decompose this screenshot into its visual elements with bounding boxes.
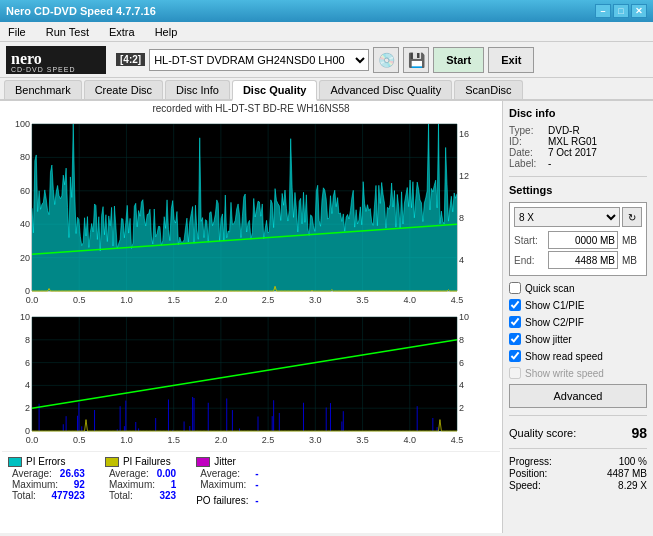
pi-failures-avg-value: 0.00 [157, 468, 176, 479]
menu-file[interactable]: File [4, 24, 30, 40]
show-write-speed-label: Show write speed [525, 368, 604, 379]
legend-pi-failures: PI Failures Average: 0.00 Maximum: 1 Tot… [105, 456, 176, 506]
progress-value: 100 % [619, 456, 647, 467]
pi-failures-max-value: 1 [171, 479, 177, 490]
show-write-speed-row: Show write speed [509, 367, 647, 379]
start-button[interactable]: Start [433, 47, 484, 73]
disc-date-value: 7 Oct 2017 [548, 147, 597, 158]
start-input[interactable] [548, 231, 618, 249]
end-row: End: MB [514, 251, 642, 269]
show-c1-pie-row: Show C1/PIE [509, 299, 647, 311]
position-label: Position: [509, 468, 547, 479]
quick-scan-checkbox[interactable] [509, 282, 521, 294]
minimize-button[interactable]: – [595, 4, 611, 18]
po-failures-label: PO failures: [196, 495, 248, 506]
po-failures-value: - [255, 495, 258, 506]
progress-label: Progress: [509, 456, 552, 467]
position-value: 4487 MB [607, 468, 647, 479]
exit-button[interactable]: Exit [488, 47, 534, 73]
disc-info-title: Disc info [509, 107, 647, 119]
show-c2-pif-label: Show C2/PIF [525, 317, 584, 328]
show-c2-pif-row: Show C2/PIF [509, 316, 647, 328]
right-panel: Disc info Type: DVD-R ID: MXL RG01 Date:… [503, 101, 653, 533]
maximize-button[interactable]: □ [613, 4, 629, 18]
settings-box: 8 X ↻ Start: MB End: MB [509, 202, 647, 276]
nero-logo: nero CD·DVD SPEED [6, 46, 106, 74]
pi-errors-total-label: Total: [12, 490, 36, 501]
show-read-speed-label: Show read speed [525, 351, 603, 362]
menu-run-test[interactable]: Run Test [42, 24, 93, 40]
start-row: Start: MB [514, 231, 642, 249]
show-c2-pif-checkbox[interactable] [509, 316, 521, 328]
disc-label-label: Label: [509, 158, 544, 169]
show-jitter-checkbox[interactable] [509, 333, 521, 345]
tab-advanced-disc-quality[interactable]: Advanced Disc Quality [319, 80, 452, 99]
speed-label: Speed: [509, 480, 541, 491]
jitter-color [196, 457, 210, 467]
speed-row-prog: Speed: 8.29 X [509, 480, 647, 491]
save-icon-button[interactable]: 💾 [403, 47, 429, 73]
legend-pi-errors: PI Errors Average: 26.63 Maximum: 92 Tot… [8, 456, 85, 506]
disc-id-row: ID: MXL RG01 [509, 136, 647, 147]
disc-type-value: DVD-R [548, 125, 580, 136]
pi-failures-avg-label: Average: [109, 468, 149, 479]
reload-button[interactable]: ↻ [622, 207, 642, 227]
pi-errors-stats: Average: 26.63 Maximum: 92 Total: 477923 [8, 468, 85, 501]
end-input[interactable] [548, 251, 618, 269]
progress-rows: Progress: 100 % Position: 4487 MB Speed:… [509, 456, 647, 492]
drive-badge: [4:2] [116, 53, 145, 66]
disc-id-value: MXL RG01 [548, 136, 597, 147]
pi-errors-total-value: 477923 [52, 490, 85, 501]
pi-errors-avg-label: Average: [12, 468, 52, 479]
speed-row: 8 X ↻ [514, 207, 642, 227]
start-label: Start: [514, 235, 544, 246]
window-controls: – □ ✕ [595, 4, 647, 18]
progress-row: Progress: 100 % [509, 456, 647, 467]
svg-text:nero: nero [11, 50, 42, 67]
pi-failures-label: PI Failures [123, 456, 171, 467]
jitter-avg-value: - [255, 468, 258, 479]
speed-value: 8.29 X [618, 480, 647, 491]
svg-text:CD·DVD SPEED: CD·DVD SPEED [11, 66, 76, 73]
menu-extra[interactable]: Extra [105, 24, 139, 40]
tabs-bar: Benchmark Create Disc Disc Info Disc Qua… [0, 78, 653, 101]
tab-benchmark[interactable]: Benchmark [4, 80, 82, 99]
speed-select[interactable]: 8 X [514, 207, 620, 227]
show-jitter-row: Show jitter [509, 333, 647, 345]
pi-failures-total-label: Total: [109, 490, 133, 501]
drive-select[interactable]: HL-DT-ST DVDRAM GH24NSD0 LH00 [149, 49, 369, 71]
show-c1-pie-checkbox[interactable] [509, 299, 521, 311]
close-button[interactable]: ✕ [631, 4, 647, 18]
tab-disc-quality[interactable]: Disc Quality [232, 80, 318, 101]
legend-area: PI Errors Average: 26.63 Maximum: 92 Tot… [2, 451, 500, 510]
tab-disc-info[interactable]: Disc Info [165, 80, 230, 99]
show-write-speed-checkbox [509, 367, 521, 379]
legend-jitter: Jitter Average: - Maximum: - PO failures… [196, 456, 258, 506]
toolbar: nero CD·DVD SPEED [4:2] HL-DT-ST DVDRAM … [0, 42, 653, 78]
title-bar: Nero CD-DVD Speed 4.7.7.16 – □ ✕ [0, 0, 653, 22]
advanced-button[interactable]: Advanced [509, 384, 647, 408]
menu-help[interactable]: Help [151, 24, 182, 40]
end-unit: MB [622, 255, 637, 266]
position-row: Position: 4487 MB [509, 468, 647, 479]
jitter-avg-label: Average: [200, 468, 240, 479]
chart-title: recorded with HL-DT-ST BD-RE WH16NS58 [2, 103, 500, 114]
jitter-max-value: - [255, 479, 258, 490]
upper-chart [2, 116, 482, 311]
drive-icon-button[interactable]: 💿 [373, 47, 399, 73]
divider-1 [509, 176, 647, 177]
show-read-speed-checkbox[interactable] [509, 350, 521, 362]
end-label: End: [514, 255, 544, 266]
tab-create-disc[interactable]: Create Disc [84, 80, 163, 99]
jitter-max-label: Maximum: [200, 479, 246, 490]
divider-2 [509, 415, 647, 416]
start-unit: MB [622, 235, 637, 246]
show-jitter-label: Show jitter [525, 334, 572, 345]
disc-date-label: Date: [509, 147, 544, 158]
settings-title: Settings [509, 184, 647, 196]
pi-failures-stats: Average: 0.00 Maximum: 1 Total: 323 [105, 468, 176, 501]
lower-chart [2, 311, 482, 451]
tab-scan-disc[interactable]: ScanDisc [454, 80, 522, 99]
quality-score-value: 98 [631, 425, 647, 441]
pi-failures-total-value: 323 [160, 490, 177, 501]
